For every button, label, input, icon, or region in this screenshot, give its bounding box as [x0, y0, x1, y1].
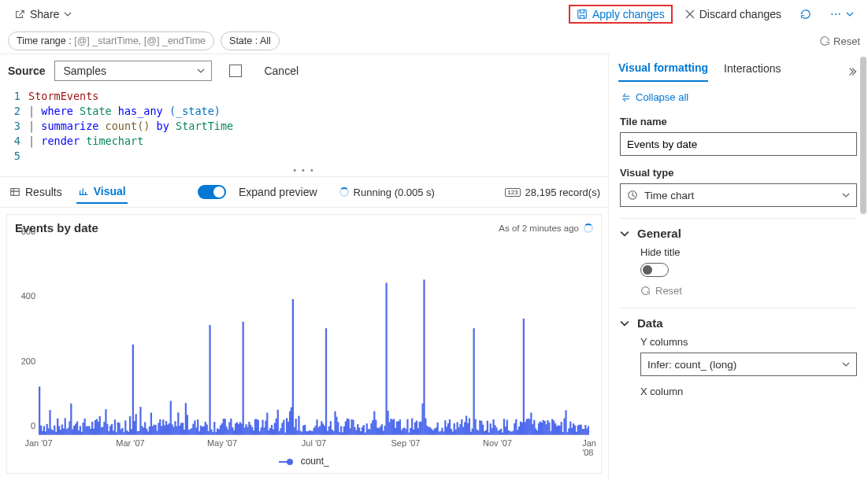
tab-results[interactable]: Results: [8, 181, 64, 203]
svg-rect-320: [518, 426, 520, 435]
svg-rect-302: [491, 428, 493, 435]
svg-rect-71: [143, 427, 144, 435]
svg-rect-170: [292, 299, 294, 435]
section-general-toggle[interactable]: General: [620, 227, 857, 240]
section-general-label: General: [637, 227, 681, 240]
svg-rect-256: [421, 404, 423, 435]
svg-rect-305: [495, 427, 497, 435]
cancel-checkbox[interactable]: [229, 65, 242, 77]
resize-handle[interactable]: • • •: [0, 165, 608, 177]
svg-rect-124: [223, 419, 224, 435]
svg-rect-313: [508, 430, 510, 435]
svg-rect-25: [73, 426, 75, 435]
tilename-input[interactable]: [620, 132, 857, 156]
ycolumns-select[interactable]: Infer: count_ (long): [640, 353, 857, 376]
svg-rect-364: [584, 425, 586, 435]
state-pill[interactable]: State : All: [221, 31, 280, 50]
svg-rect-118: [213, 422, 215, 435]
svg-rect-158: [274, 423, 276, 435]
table-icon: [9, 186, 20, 198]
cancel-label: Cancel: [264, 65, 299, 77]
svg-rect-159: [276, 419, 277, 435]
svg-rect-278: [455, 430, 457, 435]
svg-rect-83: [161, 426, 162, 435]
svg-rect-128: [228, 422, 230, 435]
more-menu-button[interactable]: ⋯: [824, 5, 860, 24]
apply-changes-button[interactable]: Apply changes: [569, 5, 673, 24]
svg-rect-261: [429, 427, 431, 435]
svg-rect-15: [58, 426, 60, 435]
time-range-pill[interactable]: Time range : [@] _startTime, [@] _endTim…: [8, 31, 214, 50]
refresh-button[interactable]: [794, 6, 818, 23]
svg-rect-177: [302, 426, 304, 435]
svg-rect-10: [50, 429, 52, 435]
time-range-value: [@] _startTime, [@] _endTime: [74, 35, 206, 46]
collapse-all-button[interactable]: Collapse all: [620, 88, 857, 111]
expand-preview-toggle[interactable]: [198, 185, 226, 199]
share-button[interactable]: Share: [8, 5, 78, 24]
tab-interactions[interactable]: Interactions: [724, 62, 781, 81]
svg-rect-236: [391, 419, 393, 435]
svg-rect-355: [571, 428, 573, 435]
svg-rect-283: [462, 426, 464, 435]
tab-visual[interactable]: Visual: [76, 180, 128, 204]
svg-rect-351: [565, 410, 566, 435]
svg-rect-102: [190, 429, 191, 435]
source-select[interactable]: Samples: [54, 61, 212, 81]
reset-filters-button[interactable]: Reset: [833, 35, 860, 47]
query-editor[interactable]: 12345 StormEvents | where State has_any …: [0, 87, 608, 165]
svg-rect-324: [525, 422, 526, 435]
svg-rect-64: [132, 345, 134, 435]
svg-rect-105: [194, 420, 195, 435]
svg-rect-47: [106, 424, 108, 435]
reset-general-button[interactable]: Reset: [640, 285, 857, 297]
svg-rect-63: [131, 429, 132, 435]
svg-rect-267: [438, 431, 440, 435]
svg-rect-131: [233, 430, 235, 435]
svg-rect-144: [253, 430, 254, 435]
svg-rect-172: [295, 419, 297, 435]
svg-rect-123: [221, 423, 223, 435]
svg-rect-258: [425, 418, 426, 435]
svg-rect-32: [83, 419, 85, 435]
svg-rect-98: [184, 430, 185, 435]
svg-rect-217: [363, 425, 365, 435]
svg-rect-270: [443, 431, 444, 435]
visualtype-select[interactable]: Time chart: [620, 183, 857, 207]
svg-rect-174: [298, 416, 299, 435]
svg-rect-186: [316, 419, 317, 435]
share-label: Share: [30, 8, 59, 20]
collapse-all-label: Collapse all: [636, 91, 688, 103]
svg-rect-107: [197, 419, 198, 435]
svg-rect-248: [410, 428, 411, 435]
svg-rect-363: [583, 429, 584, 435]
svg-rect-259: [426, 426, 428, 435]
svg-rect-251: [414, 423, 416, 435]
section-data-toggle[interactable]: Data: [620, 316, 857, 330]
svg-rect-242: [401, 430, 402, 435]
spinner-icon: [584, 223, 593, 233]
svg-rect-166: [286, 418, 287, 435]
time-range-label: Time range :: [17, 35, 72, 46]
svg-rect-350: [563, 419, 565, 435]
svg-rect-175: [299, 430, 301, 435]
scrollbar[interactable]: [859, 57, 868, 477]
svg-rect-239: [396, 422, 398, 435]
svg-rect-299: [487, 421, 488, 435]
svg-rect-304: [494, 425, 495, 435]
hide-title-toggle[interactable]: [640, 263, 669, 277]
svg-rect-69: [139, 407, 141, 435]
svg-rect-59: [124, 420, 126, 435]
svg-rect-78: [154, 425, 155, 435]
svg-rect-48: [108, 431, 109, 435]
svg-rect-347: [559, 426, 561, 435]
svg-rect-120: [217, 428, 218, 435]
svg-rect-196: [331, 430, 332, 435]
tab-visual-formatting[interactable]: Visual formatting: [618, 61, 708, 82]
discard-changes-button[interactable]: Discard changes: [679, 5, 788, 24]
undo-icon: [819, 35, 830, 46]
svg-rect-66: [135, 414, 137, 435]
svg-rect-180: [307, 431, 309, 435]
expand-pane-button[interactable]: [848, 66, 859, 77]
svg-rect-191: [324, 426, 325, 435]
